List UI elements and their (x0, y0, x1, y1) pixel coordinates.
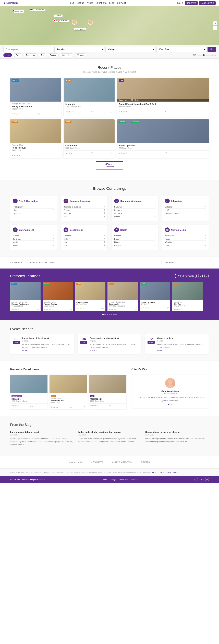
card-bambi[interactable]: Happy Hour: 10:00 - 19:00 TOP Bambi Plan… (117, 78, 209, 116)
dot-5[interactable] (111, 314, 112, 315)
promoted-card-standup[interactable]: EVENT Stand Up Show 63 Birch Street ★★★★… (140, 282, 170, 311)
nav-pages[interactable]: PAGES (87, 2, 93, 4)
twitter-icon[interactable]: t (194, 478, 198, 482)
card-more-icon[interactable]: ⋮ (204, 152, 207, 155)
dot-2[interactable] (104, 314, 106, 315)
filter-trip[interactable]: Trip (39, 54, 46, 57)
promoted-card-city[interactable]: FOOD Eat to live... City To... 63 Birch … (172, 282, 203, 311)
dot-3[interactable] (107, 314, 108, 315)
privacy-link[interactable]: Privacy Policy (166, 471, 178, 473)
card-cosmopolit[interactable]: FOOD Cosmopolit 2096 Ripple Street ★★★★☆… (64, 119, 114, 158)
filter-hotel[interactable]: Hotel (4, 54, 12, 57)
promoted-card-festival[interactable]: FOOD Food Festival 63 Birch Street ★★★★★… (75, 282, 106, 311)
map-label-1: Self Laundry (14, 10, 24, 13)
rated-more[interactable]: ⋮ (44, 404, 46, 407)
dot-6[interactable] (113, 314, 114, 315)
blog-more-link[interactable]: → (145, 444, 209, 446)
footer-separator: and (163, 471, 166, 473)
map-label-massage: Thai Massage (74, 28, 86, 30)
map-zoom-out[interactable]: − (213, 26, 217, 30)
event-date: 04 JUL (80, 337, 87, 352)
filter-adrenaline[interactable]: Adrenaline (60, 54, 73, 57)
nav-locations[interactable]: LOCATIONS (96, 2, 107, 4)
prev-arrow-button[interactable]: ‹ (198, 274, 203, 278)
event-more-link[interactable]: MORE → (22, 350, 72, 352)
nav-listing[interactable]: LISTING (77, 2, 84, 4)
footer-nav-home[interactable]: Home (102, 478, 107, 480)
category-arts: ✏ Arts & Humanities Photography9 History… (10, 196, 57, 221)
rated-card-ironapple[interactable]: RESTAURANT Ironapple 4209 Glenview Drive… (10, 375, 48, 409)
keyword-input[interactable] (4, 47, 53, 52)
promoted-card-markys[interactable]: HOTEL Average Price: $5 - $30 Marky's Re… (10, 282, 40, 311)
card-address: 4209 Glenview Drive (66, 106, 113, 108)
nav-home[interactable]: HOME (69, 2, 74, 4)
event-more-link[interactable]: MORE → (90, 350, 139, 352)
blog-text: Donec arcu enim, scelerisque gravida lac… (78, 437, 141, 443)
card-more-icon[interactable]: ⋮ (110, 110, 113, 114)
card-more-icon[interactable]: ⋮ (110, 152, 113, 155)
client-dot-3[interactable] (171, 404, 172, 405)
signin-link[interactable]: SIGN IN (176, 2, 184, 4)
dot-4[interactable] (109, 314, 110, 315)
event-day: 22 (13, 337, 20, 341)
rated-address: 63 My Drive (51, 402, 86, 404)
location-select[interactable]: Location (54, 47, 104, 52)
terms-link[interactable]: Terms of Use (152, 471, 162, 473)
map-label-2: High Mountain Trip (30, 8, 45, 11)
promoted-card-nascar[interactable]: EVENT Starts from $14.99 Nascar Racing l… (42, 282, 73, 311)
subscribe-input[interactable] (162, 260, 209, 265)
card-food-festival[interactable]: FOOD Starts at: $7.00 Food Festival 840 … (10, 119, 61, 158)
facebook-icon[interactable]: f (200, 478, 204, 482)
footer-bottom: © 2015 Your Company. All rights reserved… (0, 476, 219, 483)
register-button[interactable]: REGISTER (185, 1, 198, 5)
blog-more-link[interactable]: → (78, 444, 141, 446)
add-listing-button[interactable]: + ADD LISTING (199, 1, 216, 5)
nav-contact[interactable]: CONTACT (117, 2, 126, 4)
client-dot-1[interactable] (168, 404, 169, 405)
rated-more[interactable]: ⋮ (83, 406, 86, 408)
dot-1[interactable] (102, 314, 104, 315)
rated-card-food-festival[interactable]: FOOD Starts at: $9:00 Food Festival 63 M… (50, 375, 87, 409)
rated-more[interactable]: ⋮ (123, 404, 125, 407)
card-more-icon[interactable]: ⋮ (56, 112, 59, 116)
event-date: 22 JUN (13, 337, 20, 352)
rated-card-cosmopolit[interactable]: TOP Cosmopolit 2096 Ripple Street ★★★★☆ … (89, 375, 126, 409)
promo-name: City To... (174, 303, 202, 305)
card-more-icon[interactable]: ⋮ (204, 110, 207, 114)
dot-7[interactable] (116, 314, 117, 315)
price-slider[interactable] (197, 55, 210, 56)
next-arrow-button[interactable]: › (204, 274, 209, 278)
category-news: 📰 News & Media Newspaper9 Radio4 Weather… (162, 225, 209, 250)
promoted-card-cosmopolit[interactable]: FOOD Average Price: $8 - $30 Cosmopolit … (108, 282, 138, 311)
date-select[interactable]: Event Date (156, 47, 206, 52)
map-zoom-in[interactable]: + (213, 21, 217, 25)
card-markys[interactable]: HOTEL Average Price: $5 - $30 Marky's Re… (10, 78, 61, 116)
card-badge: FOOD (65, 121, 72, 123)
linkedin-icon[interactable]: in (205, 478, 209, 482)
promo-footer: ★★★★★ (11) (75, 306, 106, 310)
card-more-icon[interactable]: ⋮ (56, 154, 59, 157)
filter-restaurant[interactable]: Restaurant (24, 54, 38, 57)
filter-concert[interactable]: Concert (48, 54, 59, 57)
promo-badge: EVENT (141, 283, 147, 284)
event-title: Lorem ipsum dolor sit amet (22, 337, 72, 340)
blog-more-link[interactable]: → (10, 447, 74, 449)
card-ironapple[interactable]: FOOD Ironapple 4209 Glenview Drive ★★★☆☆… (64, 78, 114, 116)
search-button[interactable]: 🔍 (208, 47, 216, 52)
card-stars: ★★★☆☆ (66, 111, 74, 113)
site-logo: LOCATIONS (4, 2, 18, 4)
card-standup[interactable]: EVENT Free entry Stand Up Show 371 Kinne… (117, 119, 209, 158)
client-dot-2[interactable] (170, 404, 171, 405)
nav-blog[interactable]: BLOG (109, 2, 114, 4)
view-all-button[interactable]: VIEW ALL LISTINGS (96, 162, 123, 170)
clients-word-col: Client's Word Jane Woodstock CEO at Anti… (132, 368, 209, 409)
filter-wellness[interactable]: Wellness (74, 54, 86, 57)
category-select[interactable]: Category (106, 47, 155, 52)
event-more-link[interactable]: MORE → (157, 350, 206, 352)
footer-nav-listings[interactable]: Listings (110, 478, 116, 480)
footer-nav-submit[interactable]: Submit Item (118, 478, 128, 480)
promote-yours-button[interactable]: PROMOTE YOURS (175, 274, 197, 278)
filter-event[interactable]: Event (14, 54, 23, 57)
promo-price: Average Price: $8 - $30 (109, 301, 136, 303)
footer-nav-contact[interactable]: Contact (131, 478, 138, 480)
